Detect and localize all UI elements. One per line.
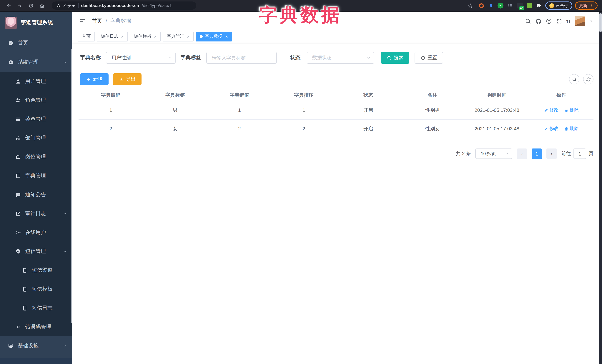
avatar[interactable] (575, 16, 585, 26)
tab-label: 字典管理 (167, 33, 184, 40)
edit-button[interactable]: 修改 (544, 107, 558, 113)
tab-sms-log[interactable]: 短信日志× (97, 32, 128, 41)
extension-stats-icon[interactable] (506, 2, 514, 9)
filter-form: 字典名称 用户性别 字典标签 状态 数据状态 搜索 (80, 52, 443, 64)
help-icon[interactable] (546, 18, 552, 24)
sidebar-item-sms-log[interactable]: 短信日志 (0, 299, 72, 317)
reset-button[interactable]: 重置 (415, 52, 443, 64)
tab-home[interactable]: 首页 (78, 32, 95, 41)
sidebar-item-infra[interactable]: 基础设施 (0, 336, 72, 355)
tab-label: 短信日志 (101, 33, 118, 40)
tab-close-icon[interactable]: × (121, 34, 124, 39)
dict-name-value: 用户性别 (111, 54, 131, 61)
cell-remark: 性别男 (400, 107, 465, 114)
tab-close-icon[interactable]: × (225, 34, 228, 39)
delete-button[interactable]: 删除 (564, 125, 579, 132)
sidebar-item-label: 菜单管理 (25, 116, 46, 122)
add-button[interactable]: 新增 (80, 73, 108, 85)
sidebar-item-sms[interactable]: 短信管理 (0, 242, 72, 261)
dashboard-icon (7, 40, 14, 46)
back-icon[interactable] (4, 1, 13, 10)
users-icon (15, 97, 22, 103)
search-icon (387, 55, 392, 60)
sidebar-item-role[interactable]: 角色管理 (0, 91, 72, 110)
home-icon[interactable] (37, 1, 47, 10)
phone-icon (22, 267, 28, 273)
action-label: 修改 (549, 107, 558, 113)
sidebar-item-post[interactable]: 岗位管理 (0, 147, 72, 166)
sidebar-item-user[interactable]: 用户管理 (0, 72, 72, 91)
sidebar-scrollbar[interactable] (71, 49, 72, 323)
sidebar-item-notice[interactable]: 通知公告 (0, 185, 72, 204)
sidebar-item-error-code[interactable]: 错误码管理 (0, 317, 72, 336)
sidebar-item-system[interactable]: 系统管理 (0, 52, 72, 72)
tab-close-icon[interactable]: × (187, 34, 190, 39)
breadcrumb: 首页 / 字典数据 (92, 18, 131, 24)
sidebar-item-online-user[interactable]: 在线用户 (0, 223, 72, 242)
breadcrumb-separator: / (106, 18, 107, 24)
tab-dict[interactable]: 字典管理× (163, 32, 194, 41)
dict-label-input-wrap (206, 52, 277, 64)
page-scrollbar[interactable] (599, 12, 602, 364)
extension-bot-icon[interactable] (526, 2, 533, 9)
url-path: /dict/type/data/1 (142, 3, 172, 8)
extension-gem-icon[interactable] (487, 2, 494, 9)
page-size-select[interactable]: 10条/页 (475, 148, 512, 159)
breadcrumb-home[interactable]: 首页 (92, 18, 102, 24)
sidebar-bottom-strip (0, 358, 72, 364)
prev-page-button[interactable]: ‹ (517, 148, 527, 159)
forward-icon[interactable] (15, 1, 24, 10)
export-button[interactable]: 导出 (113, 73, 141, 85)
search-icon[interactable] (525, 18, 531, 24)
font-size-icon[interactable]: tT (566, 18, 571, 24)
sidebar-item-sms-template[interactable]: 短信模板 (0, 280, 72, 299)
dict-label-label: 字典标签 (180, 54, 201, 61)
next-page-button[interactable]: › (547, 148, 557, 159)
cell-label: 男 (143, 107, 207, 114)
refresh-table-button[interactable] (583, 74, 593, 84)
reload-icon[interactable] (26, 1, 36, 10)
extension-puzzle-icon[interactable] (535, 2, 543, 9)
goto-page-input[interactable] (574, 149, 586, 158)
sidebar-item-dept[interactable]: 部门管理 (0, 128, 72, 147)
tab-close-icon[interactable]: × (154, 34, 157, 39)
sidebar-item-label: 首页 (18, 40, 28, 46)
tab-sms-template[interactable]: 短信模板× (130, 32, 161, 41)
dict-label-input[interactable] (211, 55, 272, 61)
app-logo-area[interactable]: 芋道管理系统 (0, 12, 72, 33)
hamburger-icon[interactable] (79, 18, 86, 25)
profile-paused-chip[interactable]: 已暂停 (545, 1, 572, 10)
chevron-down-icon[interactable] (589, 19, 593, 23)
sidebar-item-label: 字典管理 (25, 172, 46, 179)
delete-button[interactable]: 删除 (564, 107, 579, 113)
online-icon (15, 229, 22, 235)
sidebar-item-sms-channel[interactable]: 短信渠道 (0, 261, 72, 280)
sidebar-item-dict[interactable]: 字典管理 (0, 166, 72, 185)
browser-menu-icon[interactable] (589, 3, 593, 8)
tab-dict-data[interactable]: 字典数据× (196, 32, 232, 41)
dict-name-select[interactable]: 用户性别 (106, 52, 176, 64)
sidebar-item-label: 错误码管理 (25, 323, 51, 330)
table-column-header: 状态 (336, 92, 400, 98)
chrome-update-button[interactable]: 更新 (575, 1, 598, 10)
profile-emoji-icon (549, 3, 554, 8)
pagination: 共 2 条 10条/页 ‹ 1 › 前往 页 (456, 148, 593, 159)
extension-ublock-icon[interactable] (478, 2, 485, 9)
fullscreen-icon[interactable] (556, 18, 562, 24)
cell-created: 2021-01-05 17:03:48 (465, 126, 529, 131)
github-icon[interactable] (535, 18, 542, 24)
edit-button[interactable]: 修改 (544, 125, 558, 132)
extension-switch-icon[interactable]: on (516, 2, 524, 9)
sidebar-item-label: 在线用户 (25, 229, 46, 236)
page-scrollbar-thumb[interactable] (599, 13, 602, 32)
sidebar-item-home[interactable]: 首页 (0, 33, 72, 52)
status-select[interactable]: 数据状态 (307, 52, 374, 64)
extension-check-icon[interactable] (497, 2, 504, 9)
current-page-button[interactable]: 1 (532, 148, 542, 159)
bookmark-star-icon[interactable] (465, 1, 475, 10)
address-bar[interactable]: 不安全 dashboard.yudao.iocoder.cn /dict/typ… (52, 1, 196, 10)
toggle-search-button[interactable] (569, 74, 580, 84)
sidebar-item-menu[interactable]: 菜单管理 (0, 110, 72, 128)
sidebar-item-audit-log[interactable]: 审计日志 (0, 204, 72, 223)
search-button[interactable]: 搜索 (381, 52, 409, 64)
